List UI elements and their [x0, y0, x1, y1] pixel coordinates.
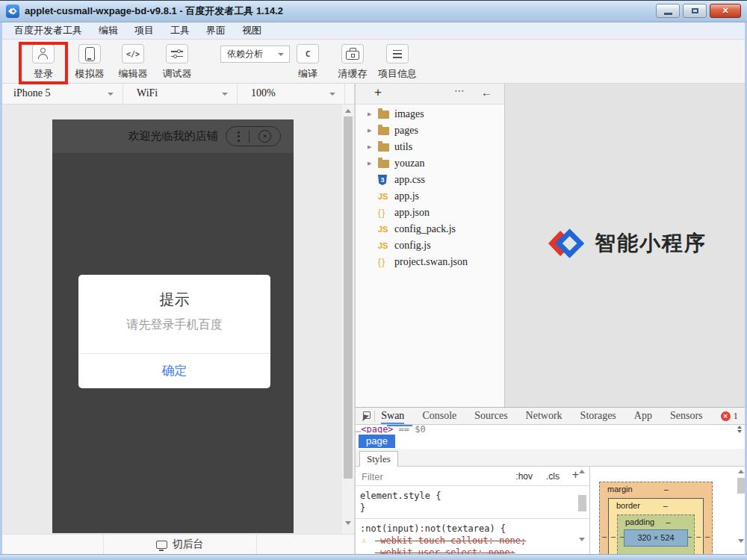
title-bar: applet-cusmall-wxpage-bd-v9.8.1 - 百度开发者工… [0, 0, 747, 22]
toggle-class-button[interactable]: .cls [546, 471, 560, 482]
monitor-icon [156, 541, 167, 549]
json-file-icon: { } [378, 208, 384, 218]
window-border-bottom [0, 554, 747, 560]
scroll-down-arrow[interactable] [738, 539, 744, 543]
chevron-down-icon [222, 93, 228, 96]
new-style-rule-button[interactable]: + [572, 468, 579, 482]
scroll-up-arrow[interactable] [345, 109, 351, 113]
tree-folder-images[interactable]: ▶ images [356, 106, 504, 122]
code-icon: </> [126, 50, 140, 58]
js-file-icon: JS [378, 225, 388, 234]
editor-button[interactable]: </> 编辑器 [112, 44, 154, 81]
filter-input[interactable]: Filter [362, 471, 383, 482]
chevron-right-icon[interactable]: ▶ [368, 111, 378, 117]
menu-tools[interactable]: 工具 [162, 22, 198, 39]
clear-cache-button[interactable]: 清缓存 [332, 44, 374, 81]
minimize-button[interactable] [656, 4, 680, 18]
simulator-scrollbar[interactable] [342, 105, 355, 534]
styles-filter-row: Filter :hov .cls + [356, 467, 589, 486]
boxmodel-padding[interactable]: padding– – – 320 × 524 [617, 514, 695, 554]
chevron-right-icon[interactable]: ▶ [368, 128, 378, 134]
chevron-right-icon[interactable]: ▶ [368, 161, 378, 167]
close-circle-icon[interactable]: ✕ [258, 130, 271, 143]
menu-project[interactable]: 项目 [126, 22, 162, 39]
device-select[interactable]: iPhone 5 [0, 84, 123, 104]
tree-file-config-js[interactable]: JS config.js [356, 237, 504, 254]
scroll-down-arrow[interactable] [579, 538, 585, 541]
simulator-panel: 欢迎光临我的店铺 ✕ 提示 请先登录手机百度 确定 [0, 105, 342, 534]
network-select[interactable]: WiFi [123, 84, 238, 104]
disabled-css-property[interactable]: -webkit-user-select: none; [360, 547, 589, 554]
boxmodel-margin[interactable]: margin– – – border– – – padding– – – 320… [599, 482, 713, 554]
simulator-button[interactable]: 模拟器 [69, 44, 111, 81]
tree-folder-youzan[interactable]: ▶ youzan [356, 155, 504, 172]
close-button[interactable]: ✕ [710, 4, 741, 18]
folder-icon [378, 143, 389, 152]
collapse-panel-button[interactable]: ← [481, 86, 492, 99]
tab-storages[interactable]: Storages [580, 408, 616, 424]
project-info-button[interactable]: 项目信息 [376, 44, 418, 81]
tree-file-config-pack-js[interactable]: JS config_pack.js [356, 221, 504, 237]
boxmodel-border[interactable]: border– – – padding– – – 320 × 524 [608, 498, 704, 554]
login-highlight-box [19, 42, 68, 84]
tree-more-button[interactable]: ⋯ [454, 84, 465, 96]
tree-folder-utils[interactable]: ▶ utils [356, 139, 504, 155]
maximize-button[interactable] [683, 4, 707, 18]
warning-icon: ⚠ [362, 535, 366, 547]
breadcrumb-page[interactable]: page [359, 435, 395, 448]
chevron-right-icon[interactable]: ▶ [368, 144, 378, 150]
tab-sensors[interactable]: Sensors [670, 408, 703, 424]
tab-sources[interactable]: Sources [474, 408, 507, 424]
debugger-button[interactable]: 调试器 [156, 44, 198, 81]
zoom-select[interactable]: 100% [238, 84, 345, 104]
chevron-down-icon [329, 93, 335, 96]
compile-button[interactable]: C 编译 [287, 44, 329, 81]
tab-network[interactable]: Network [526, 408, 562, 424]
modal-confirm-button[interactable]: 确定 [78, 353, 270, 388]
scroll-updown-icon[interactable] [737, 426, 742, 433]
dom-breadcrumb-bar: page [356, 433, 747, 449]
element-style-rule[interactable]: element.style { } [356, 486, 589, 519]
inspect-element-icon[interactable] [363, 411, 368, 422]
modal-message: 请先登录手机百度 [78, 317, 270, 333]
disabled-css-property[interactable]: ⚠ -webkit-touch-callout: none; [360, 535, 589, 547]
chevron-down-icon [278, 53, 284, 56]
tree-file-app-js[interactable]: JS app.js [356, 188, 504, 205]
tab-console[interactable]: Console [422, 408, 456, 424]
scroll-up-arrow[interactable] [579, 470, 585, 473]
scroll-up-arrow[interactable] [738, 470, 744, 473]
toggle-hover-state-button[interactable]: :hov [515, 471, 533, 482]
brand-logo: 智能小程序 [548, 227, 707, 260]
devtools-panel: Swan Console Sources Network Storages Ap… [355, 407, 747, 554]
scrollbar-thumb[interactable] [344, 116, 353, 479]
not-input-rule[interactable]: :not(input):not(textarea) { ⚠ -webkit-to… [356, 519, 589, 554]
js-file-icon: JS [378, 241, 388, 250]
nav-capsule: ✕ [226, 126, 281, 146]
menu-edit[interactable]: 编辑 [90, 22, 126, 39]
add-file-button[interactable]: + [374, 85, 382, 100]
tab-app-data[interactable]: App data [634, 408, 652, 424]
chevron-down-icon [108, 93, 114, 96]
tree-file-app-css[interactable]: 3 app.css [356, 172, 504, 188]
boxmodel-content[interactable]: 320 × 524 [624, 529, 688, 547]
styles-pane: Filter :hov .cls + element.style { } :no… [356, 467, 589, 554]
switch-background-button[interactable]: 切后台 [103, 535, 256, 554]
menu-bar: 百度开发者工具 编辑 项目 工具 界面 视图 [0, 22, 747, 40]
json-file-icon: { } [378, 257, 384, 267]
menu-baidu-devtools[interactable]: 百度开发者工具 [6, 22, 90, 39]
more-menu-icon[interactable] [238, 131, 240, 142]
scrollbar-thumb[interactable] [578, 495, 586, 511]
tree-file-project-swan-json[interactable]: { } project.swan.json [356, 254, 504, 270]
tab-styles[interactable]: Styles [359, 451, 398, 467]
tree-file-app-json[interactable]: { } app.json [356, 205, 504, 221]
tree-folder-pages[interactable]: ▶ pages [356, 122, 504, 139]
menu-view[interactable]: 视图 [234, 22, 270, 39]
error-badge[interactable]: ✕ 1 [721, 410, 739, 422]
menu-interface[interactable]: 界面 [198, 22, 234, 39]
dom-tree-row[interactable]: …<page>== $0 [356, 425, 747, 433]
dependency-analysis-select[interactable]: 依赖分析 [220, 46, 290, 63]
window-title: applet-cusmall-wxpage-bd-v9.8.1 - 百度开发者工… [25, 4, 283, 18]
tab-swan[interactable]: Swan [381, 408, 404, 424]
scroll-down-arrow[interactable] [345, 521, 351, 525]
list-icon [393, 50, 402, 58]
